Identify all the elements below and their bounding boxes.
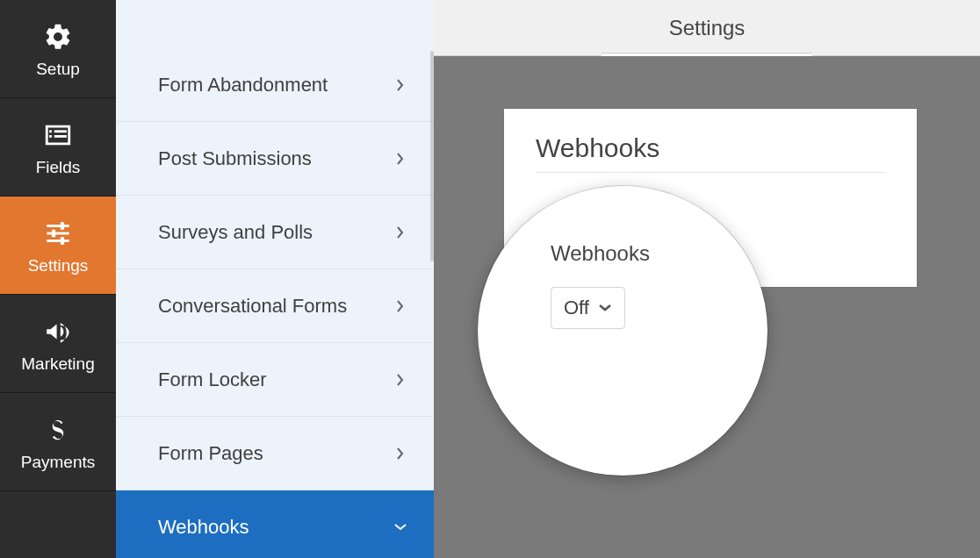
settings-item-conversational-forms[interactable]: Conversational Forms [116,269,434,343]
settings-list: Form Abandonment Post Submissions Survey… [116,48,434,558]
megaphone-icon [40,314,76,349]
nav-item-settings[interactable]: Settings [0,197,116,295]
nav-label-fields: Fields [36,158,81,177]
chevron-right-icon [393,299,407,313]
chevron-right-icon [393,373,407,387]
nav-item-payments[interactable]: Payments [0,393,116,491]
svg-rect-8 [52,229,55,237]
nav-label-marketing: Marketing [21,354,94,374]
svg-rect-3 [54,135,67,138]
main-nav-sidebar: Setup Fields Settings Marketing Payments [0,0,116,558]
settings-item-label: Webhooks [158,516,249,539]
svg-rect-1 [54,130,67,132]
settings-item-form-locker[interactable]: Form Locker [116,343,434,417]
nav-label-payments: Payments [21,453,95,472]
settings-item-label: Form Abandonment [158,74,328,97]
magnified-view: Webhooks Off [478,186,767,476]
settings-item-post-submissions[interactable]: Post Submissions [116,122,434,196]
settings-item-form-abandonment[interactable]: Form Abandonment [116,48,434,122]
card-title: Webhooks [536,133,885,173]
dropdown-value: Off [564,297,589,319]
chevron-right-icon [393,225,407,240]
svg-rect-4 [47,225,69,227]
active-tab-label[interactable]: Settings [669,16,746,40]
nav-item-setup[interactable]: Setup [0,0,116,98]
gear-icon [40,19,76,54]
webhooks-field-label: Webhooks [551,241,765,266]
list-icon [40,118,76,153]
svg-rect-2 [49,135,52,138]
settings-item-label: Surveys and Polls [158,221,313,244]
settings-canvas: Webhooks Webhooks Off [434,56,980,558]
chevron-right-icon [393,152,407,166]
tab-active-indicator [602,53,812,56]
webhooks-toggle-dropdown[interactable]: Off [551,287,625,329]
settings-sub-panel: Form Abandonment Post Submissions Survey… [116,0,434,558]
settings-item-form-pages[interactable]: Form Pages [116,417,434,490]
nav-item-fields[interactable]: Fields [0,98,116,197]
settings-item-label: Form Locker [158,368,266,391]
chevron-right-icon [393,447,407,461]
svg-rect-0 [49,130,52,132]
svg-rect-5 [47,232,69,234]
svg-rect-6 [47,240,69,242]
chevron-down-icon [598,304,612,312]
nav-item-marketing[interactable]: Marketing [0,295,116,393]
settings-item-label: Conversational Forms [158,295,347,318]
dollar-icon [40,412,76,447]
main-content: Settings Webhooks Webhooks Off [434,0,980,558]
svg-rect-9 [61,237,64,245]
nav-label-settings: Settings [28,256,89,275]
nav-label-setup: Setup [36,60,80,79]
settings-item-label: Form Pages [158,442,263,465]
chevron-down-icon [393,523,407,532]
chevron-right-icon [393,78,407,92]
sliders-icon [40,216,76,251]
svg-rect-7 [61,222,64,230]
settings-item-label: Post Submissions [158,147,312,170]
top-tab-bar: Settings [434,0,980,56]
settings-item-webhooks[interactable]: Webhooks [116,490,434,558]
settings-item-surveys-polls[interactable]: Surveys and Polls [116,196,434,269]
